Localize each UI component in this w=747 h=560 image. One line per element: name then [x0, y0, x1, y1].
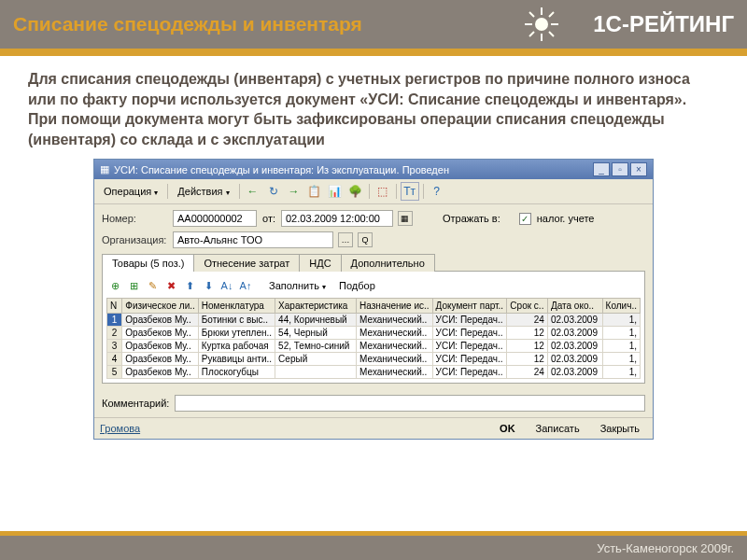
nav-back-icon[interactable]: ← [244, 182, 262, 201]
cell-nomen[interactable]: Брюки утеплен.. [198, 327, 275, 340]
row-insert-icon[interactable]: ⊞ [125, 277, 142, 294]
save-button[interactable]: Записать [529, 421, 587, 436]
org-select-icon[interactable]: … [338, 232, 353, 247]
tree-icon[interactable]: 🌳 [346, 182, 365, 201]
cell-qty[interactable]: 1, [602, 327, 640, 340]
window-titlebar[interactable]: ▦ УСИ: Списание спецодежды и инвентаря: … [94, 160, 653, 179]
tab-goods[interactable]: Товары (5 поз.) [102, 254, 194, 272]
cell-doc[interactable]: УСИ: Передач.. [432, 340, 507, 353]
cell-nomen[interactable]: Плоскогубцы [198, 366, 275, 379]
cell-char[interactable]: 54, Черный [275, 327, 357, 340]
col-doc[interactable]: Документ парт.. [432, 299, 507, 314]
close-window-button[interactable]: Закрыть [593, 421, 647, 436]
col-n[interactable]: N [107, 299, 122, 314]
table-row[interactable]: 2Оразбеков Му..Брюки утеплен..54, Черный… [107, 327, 641, 340]
row-up-icon[interactable]: ⬆ [181, 277, 198, 294]
cell-person[interactable]: Оразбеков Му.. [122, 314, 199, 327]
date-field[interactable]: 02.03.2009 12:00:00 [281, 210, 393, 227]
fill-button[interactable]: Заполнить ▾ [263, 278, 331, 293]
cell-end[interactable]: 02.03.2009 [547, 340, 602, 353]
refresh-icon[interactable]: ↻ [264, 182, 283, 201]
col-purpose[interactable]: Назначение ис.. [357, 299, 432, 314]
col-char[interactable]: Характеристика [275, 299, 357, 314]
row-edit-icon[interactable]: ✎ [144, 277, 161, 294]
window-title: УСИ: Списание спецодежды и инвентаря: Из… [114, 164, 449, 175]
comment-field[interactable] [175, 395, 645, 412]
cell-term[interactable]: 12 [507, 353, 548, 366]
menu-actions[interactable]: Действия ▾ [172, 184, 234, 199]
cell-qty[interactable]: 1, [602, 340, 640, 353]
cell-term[interactable]: 24 [507, 314, 548, 327]
cell-char[interactable] [275, 366, 357, 379]
cell-purpose[interactable]: Механический.. [357, 353, 432, 366]
cell-char[interactable]: 52, Темно-синий [275, 340, 357, 353]
close-button[interactable]: × [630, 162, 647, 176]
cell-term[interactable]: 12 [507, 327, 548, 340]
page-header: Списание спецодежды и инвентаря 1С-РЕЙТИ… [0, 0, 747, 49]
pick-button[interactable]: Подбор [333, 278, 381, 293]
col-term[interactable]: Срок с.. [507, 299, 548, 314]
table-row[interactable]: 1Оразбеков Му..Ботинки с выс..44, Коричн… [107, 314, 641, 327]
text-tool-icon[interactable]: Тт [401, 182, 419, 201]
tab-costs[interactable]: Отнесение затрат [193, 254, 300, 272]
report-icon[interactable]: 📊 [326, 182, 345, 201]
sort-desc-icon[interactable]: A↑ [237, 277, 254, 294]
cell-purpose[interactable]: Механический.. [357, 366, 432, 379]
cell-end[interactable]: 02.03.2009 [547, 327, 602, 340]
menu-operation[interactable]: Операция ▾ [98, 184, 163, 199]
ok-button[interactable]: OK [492, 421, 523, 436]
col-person[interactable]: Физическое ли.. [122, 299, 199, 314]
cell-doc[interactable]: УСИ: Передач.. [432, 327, 507, 340]
cell-purpose[interactable]: Механический.. [357, 314, 432, 327]
items-table[interactable]: N Физическое ли.. Номенклатура Характери… [106, 298, 641, 379]
status-user[interactable]: Громова [100, 423, 140, 434]
table-row[interactable]: 4Оразбеков Му..Рукавицы анти..СерыйМехан… [107, 353, 641, 366]
cell-person[interactable]: Оразбеков Му.. [122, 366, 199, 379]
row-add-icon[interactable]: ⊕ [106, 277, 123, 294]
row-down-icon[interactable]: ⬇ [200, 277, 217, 294]
cell-qty[interactable]: 1, [602, 353, 640, 366]
sort-asc-icon[interactable]: A↓ [218, 277, 235, 294]
tab-nds[interactable]: НДС [299, 254, 341, 272]
cell-purpose[interactable]: Механический.. [357, 340, 432, 353]
cell-nomen[interactable]: Ботинки с выс.. [198, 314, 275, 327]
structure-icon[interactable]: ⬚ [374, 182, 392, 201]
cell-nomen[interactable]: Рукавицы анти.. [198, 353, 275, 366]
cell-qty[interactable]: 1, [602, 314, 640, 327]
minimize-button[interactable]: _ [593, 162, 610, 176]
col-nomen[interactable]: Номенклатура [198, 299, 275, 314]
number-field[interactable]: АА000000002 [173, 210, 257, 227]
help-icon[interactable]: ? [428, 182, 446, 201]
cell-doc[interactable]: УСИ: Передач.. [432, 314, 507, 327]
cell-doc[interactable]: УСИ: Передач.. [432, 353, 507, 366]
cell-person[interactable]: Оразбеков Му.. [122, 353, 199, 366]
cell-qty[interactable]: 1, [602, 366, 640, 379]
cell-nomen[interactable]: Куртка рабочая [198, 340, 275, 353]
cell-end[interactable]: 02.03.2009 [547, 353, 602, 366]
row-delete-icon[interactable]: ✖ [162, 277, 179, 294]
cell-doc[interactable]: УСИ: Передач.. [432, 366, 507, 379]
cell-char[interactable]: 44, Коричневый [275, 314, 357, 327]
nalog-checkbox[interactable]: ✓ [519, 213, 531, 225]
nav-forward-icon[interactable]: → [285, 182, 303, 201]
reflect-label: Отражать в: [443, 213, 500, 224]
col-end[interactable]: Дата око.. [547, 299, 602, 314]
cell-char[interactable]: Серый [275, 353, 357, 366]
calendar-icon[interactable]: ▦ [398, 211, 413, 226]
page-title: Списание спецодежды и инвентаря [13, 13, 362, 35]
table-row[interactable]: 3Оразбеков Му..Куртка рабочая52, Темно-с… [107, 340, 641, 353]
maximize-button[interactable]: ▫ [612, 162, 628, 176]
cell-end[interactable]: 02.03.2009 [547, 366, 602, 379]
post-icon[interactable]: 📋 [305, 182, 324, 201]
tab-extra[interactable]: Дополнительно [341, 254, 435, 272]
cell-end[interactable]: 02.03.2009 [547, 314, 602, 327]
cell-person[interactable]: Оразбеков Му.. [122, 327, 199, 340]
cell-person[interactable]: Оразбеков Му.. [122, 340, 199, 353]
cell-term[interactable]: 12 [507, 340, 548, 353]
org-open-icon[interactable]: Q [358, 232, 373, 247]
col-qty[interactable]: Колич.. [602, 299, 640, 314]
table-row[interactable]: 5Оразбеков Му..ПлоскогубцыМеханический..… [107, 366, 641, 379]
org-field[interactable]: Авто-Альянс ТОО [173, 231, 333, 248]
cell-purpose[interactable]: Механический.. [357, 327, 432, 340]
cell-term[interactable]: 24 [507, 366, 548, 379]
